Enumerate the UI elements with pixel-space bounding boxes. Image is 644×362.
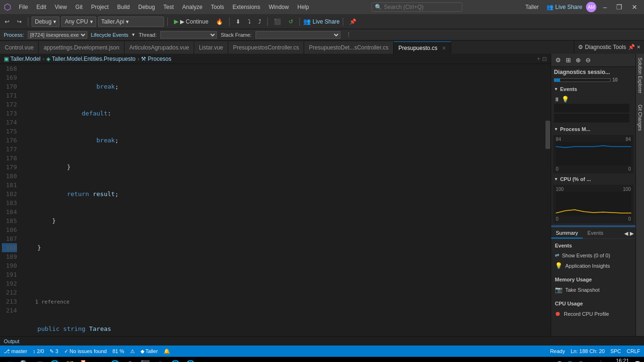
tab-appsettings[interactable]: appsettings.Development.json — [39, 41, 124, 54]
process-select[interactable]: [8724] iisexpress.exe — [28, 31, 87, 39]
menu-tools[interactable]: Tools — [207, 2, 228, 12]
menu-window[interactable]: Window — [265, 2, 293, 12]
stack-frame-select[interactable] — [256, 31, 340, 39]
taskbar-terminal[interactable]: ⬛ — [139, 358, 152, 362]
git-changes-tab[interactable]: Git Changes — [636, 103, 644, 133]
tab-presupuesto-cs[interactable]: Presupuesto.cs × — [394, 41, 451, 54]
next-icon[interactable]: ▶ — [630, 230, 634, 237]
diag-tab-events[interactable]: Events — [583, 228, 608, 239]
debug-config-dropdown[interactable]: Debug ▾ — [32, 16, 59, 27]
record-profile-item[interactable]: ⏺ Record CPU Profile — [551, 308, 636, 319]
pin-icon[interactable]: 📌 — [628, 44, 635, 50]
menu-file[interactable]: File — [15, 2, 32, 12]
zoom-out-icon[interactable]: ⊖ — [584, 56, 592, 65]
git-sync-status[interactable]: ↕ 2/0 — [33, 348, 44, 354]
bell-status[interactable]: 🔔 — [164, 348, 170, 354]
taskbar-file-explorer[interactable]: 📁 — [63, 358, 76, 362]
code-text[interactable]: break; default: break; } return result; … — [19, 64, 545, 336]
maximize-button[interactable]: ❐ — [613, 3, 625, 11]
menu-help[interactable]: Help — [294, 2, 313, 12]
diag-tab-summary[interactable]: Summary — [551, 228, 583, 239]
step-out-button[interactable]: ⤴ — [256, 17, 264, 26]
pin-button[interactable]: 📌 — [347, 17, 359, 26]
zoom-label: 81 % — [112, 348, 124, 354]
taskbar-chrome[interactable]: 🌐 — [108, 358, 122, 362]
system-clock[interactable]: 16:21 17/7/2022 — [604, 357, 631, 362]
menu-debug[interactable]: Debug — [134, 2, 158, 12]
tab-label: Control.vue — [5, 44, 33, 51]
start-button[interactable]: ⊞ — [3, 358, 16, 362]
zoom-in-icon[interactable]: ⊕ — [574, 56, 582, 65]
gear-icon[interactable]: ⚙ — [578, 44, 583, 50]
no-issues-status[interactable]: ✓ No issues found — [64, 348, 107, 354]
encoding-status[interactable]: SPC — [611, 348, 621, 354]
tab-listar[interactable]: Listar.vue — [194, 41, 228, 54]
taskbar-taskview[interactable]: ⊡ — [33, 358, 46, 362]
step-over-button[interactable]: ⬇ — [233, 17, 243, 26]
restart-button[interactable]: ↺ — [286, 17, 296, 26]
taskbar-chrome3[interactable]: 🌐 — [184, 358, 197, 362]
line-ending-status[interactable]: CRLF — [627, 348, 640, 354]
minimize-button[interactable]: – — [600, 3, 610, 11]
pending-changes-status[interactable]: ✎ 3 — [50, 348, 58, 354]
tab-presupuestos-controller[interactable]: PresupuestosController.cs — [228, 41, 304, 54]
project-config-dropdown[interactable]: Taller.Api ▾ — [98, 16, 164, 27]
menu-analyze[interactable]: Analyze — [179, 2, 206, 12]
menu-view[interactable]: View — [51, 2, 71, 12]
taskbar-search[interactable]: 🔍 — [18, 358, 31, 362]
cpu-section-header[interactable]: ▼ CPU (% of ... — [551, 174, 636, 184]
pause-button[interactable]: ⏸ — [554, 96, 560, 103]
tab-presupuesto-det-controller[interactable]: PresupuestoDet...sController.cs — [304, 41, 394, 54]
zoom-status[interactable]: 81 % — [112, 348, 124, 354]
cpu-config-dropdown[interactable]: Any CPU ▾ — [61, 16, 96, 27]
prev-icon[interactable]: ◀ — [624, 230, 628, 237]
taskbar-powershell[interactable]: ⬡ — [154, 358, 167, 362]
taller-project-status[interactable]: ◆ Taller — [140, 348, 158, 354]
copy-icon[interactable]: ⊞ — [564, 56, 572, 65]
live-share-button[interactable]: 👥 Live Share — [546, 4, 582, 10]
ready-status[interactable]: Ready — [550, 348, 565, 354]
back-button[interactable]: ↩ — [2, 17, 12, 26]
menu-build[interactable]: Build — [114, 2, 134, 12]
add-line-icon[interactable]: + — [537, 56, 540, 62]
live-share-toolbar-icon[interactable]: 👥 — [303, 18, 311, 25]
events-section-header[interactable]: ▼ Events — [551, 84, 636, 94]
tab-articulos[interactable]: ArticulosAgrupados.vue — [124, 41, 194, 54]
settings-icon[interactable]: ⚙ — [554, 56, 562, 65]
app-insights-item[interactable]: 💡 Application Insights — [551, 260, 636, 271]
scroll-thumb[interactable] — [545, 121, 550, 149]
menu-test[interactable]: Test — [160, 2, 178, 12]
stop-button[interactable]: ⬛ — [271, 17, 284, 26]
vertical-scrollbar[interactable] — [545, 64, 551, 336]
menu-edit[interactable]: Edit — [33, 2, 50, 12]
tab-control-vue[interactable]: Control.vue — [0, 41, 39, 54]
menu-extensions[interactable]: Extensions — [229, 2, 264, 12]
split-icon[interactable]: ⊡ — [542, 56, 547, 62]
search-input[interactable] — [384, 4, 459, 10]
taskbar-mail[interactable]: ✉ — [93, 358, 107, 362]
title-bar-search[interactable]: 🔍 — [372, 2, 462, 12]
warning-icon-status[interactable]: ⚠ — [130, 348, 135, 354]
solution-explorer-tab[interactable]: Solution Explorer — [636, 56, 644, 95]
close-diag-icon[interactable]: × — [637, 44, 640, 50]
taskbar-vs[interactable]: ⬡ — [124, 358, 137, 362]
line-col-status[interactable]: Ln: 188 Ch: 20 — [570, 348, 604, 354]
take-snapshot-item[interactable]: 📷 Take Snapshot — [551, 284, 636, 295]
debug-toolbar-icons[interactable]: 🔥 — [213, 17, 226, 26]
taskbar-edge[interactable]: 🌐 — [48, 358, 61, 362]
show-events-item[interactable]: ⇌ Show Events (0 of 0) — [551, 250, 636, 260]
taskview-icon: ⊡ — [37, 360, 43, 362]
close-button[interactable]: ✕ — [629, 3, 640, 11]
process-memory-section-header[interactable]: ▼ Process M... — [551, 124, 636, 134]
taskbar-store[interactable]: 🏪 — [78, 358, 91, 362]
git-branch-status[interactable]: ⎇ master — [4, 348, 27, 354]
tab-close-icon[interactable]: × — [442, 44, 446, 52]
continue-button[interactable]: ▶ ▶ Continue — [171, 17, 211, 26]
step-into-button[interactable]: ⤵ — [245, 17, 254, 26]
thread-select[interactable] — [160, 31, 217, 39]
taskbar-chrome2[interactable]: 🌐 — [169, 358, 182, 362]
forward-button[interactable]: ↪ — [14, 17, 25, 26]
user-avatar[interactable]: AM — [586, 2, 596, 12]
menu-git[interactable]: Git — [72, 2, 86, 12]
menu-project[interactable]: Project — [87, 2, 112, 12]
